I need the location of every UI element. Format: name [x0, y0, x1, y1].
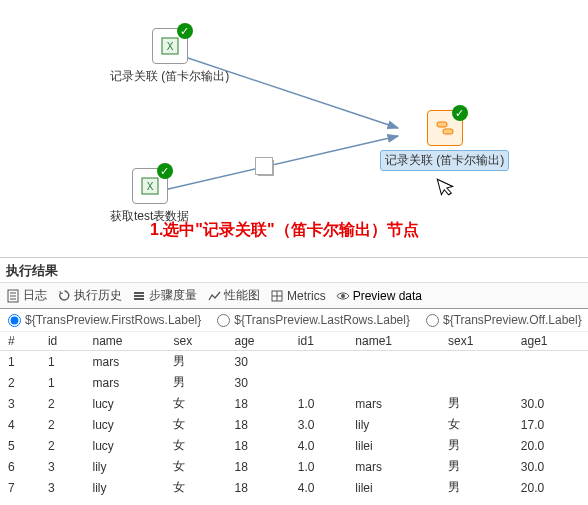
- table-cell: 2: [40, 393, 85, 414]
- tab-perf[interactable]: 性能图: [207, 287, 260, 304]
- tab-label: 步骤度量: [149, 287, 197, 304]
- table-cell: 20.0: [513, 435, 588, 456]
- svg-rect-6: [437, 122, 447, 127]
- check-icon: ✓: [157, 163, 173, 179]
- table-cell: 1: [40, 351, 85, 373]
- table-cell: mars: [84, 351, 165, 373]
- radio-label: ${TransPreview.LastRows.Label}: [234, 313, 410, 327]
- radio-input[interactable]: [8, 314, 21, 327]
- table-cell: 2: [40, 435, 85, 456]
- table-cell: lucy: [84, 393, 165, 414]
- table-cell: 18: [226, 393, 289, 414]
- radio-off[interactable]: ${TransPreview.Off.Label}: [426, 313, 582, 327]
- table-cell: 18: [226, 477, 289, 498]
- table-cell: [347, 351, 440, 373]
- table-cell: 18: [226, 456, 289, 477]
- table-cell: 女: [440, 414, 513, 435]
- table-row[interactable]: 52lucy女184.0lilei男20.0: [0, 435, 588, 456]
- table-cell: [513, 372, 588, 393]
- radio-lastrows[interactable]: ${TransPreview.LastRows.Label}: [217, 313, 410, 327]
- radio-input[interactable]: [217, 314, 230, 327]
- table-cell: 1: [40, 372, 85, 393]
- chart-icon: [207, 289, 221, 303]
- table-cell: 5: [0, 435, 40, 456]
- workflow-canvas[interactable]: X ✓ 记录关联 (笛卡尔输出) X ✓ 获取test表数据 ✓ 记录关联 (笛…: [0, 0, 588, 258]
- table-cell: lilei: [347, 477, 440, 498]
- tab-log[interactable]: 日志: [6, 287, 47, 304]
- table-cell: 30.0: [513, 456, 588, 477]
- radio-input[interactable]: [426, 314, 439, 327]
- tab-preview-data[interactable]: Preview data: [336, 289, 422, 303]
- table-cell: 男: [165, 372, 226, 393]
- table-cell: 1.0: [290, 456, 348, 477]
- table-row[interactable]: 42lucy女183.0lily女17.0: [0, 414, 588, 435]
- preview-table[interactable]: #idnamesexageid1name1sex1age1 11mars男302…: [0, 332, 588, 498]
- table-cell: 1.0: [290, 393, 348, 414]
- table-cell: lily: [84, 477, 165, 498]
- table-cell: 18: [226, 435, 289, 456]
- cursor-icon: [435, 173, 459, 204]
- svg-text:X: X: [146, 181, 153, 192]
- table-cell: 2: [40, 414, 85, 435]
- check-icon: ✓: [452, 105, 468, 121]
- svg-line-1: [164, 136, 398, 190]
- column-header[interactable]: id: [40, 332, 85, 351]
- node-record-join-1[interactable]: X ✓ 记录关联 (笛卡尔输出): [110, 28, 229, 85]
- table-cell: lilei: [347, 435, 440, 456]
- preview-options: ${TransPreview.FirstRows.Label} ${TransP…: [0, 309, 588, 332]
- bars-icon: [132, 289, 146, 303]
- table-cell: 4.0: [290, 477, 348, 498]
- table-cell: 4: [0, 414, 40, 435]
- table-cell: [440, 372, 513, 393]
- column-header[interactable]: name1: [347, 332, 440, 351]
- table-cell: 6: [0, 456, 40, 477]
- column-header[interactable]: age: [226, 332, 289, 351]
- table-cell: 男: [440, 456, 513, 477]
- table-cell: [513, 351, 588, 373]
- table-cell: 7: [0, 477, 40, 498]
- table-cell: [290, 372, 348, 393]
- tab-label: 性能图: [224, 287, 260, 304]
- annotation-1: 1.选中"记录关联"（笛卡尔输出）节点: [150, 220, 419, 241]
- results-panel: 执行结果 日志 执行历史 步骤度量 性能图 Metrics Preview da…: [0, 258, 588, 498]
- table-cell: 1: [0, 351, 40, 373]
- tab-history[interactable]: 执行历史: [57, 287, 122, 304]
- table-row[interactable]: 11mars男30: [0, 351, 588, 373]
- node-label: 记录关联 (笛卡尔输出): [110, 68, 229, 85]
- table-cell: [440, 351, 513, 373]
- node-record-join-output[interactable]: ✓ 记录关联 (笛卡尔输出): [380, 110, 509, 171]
- table-cell: 男: [165, 351, 226, 373]
- table-cell: [347, 372, 440, 393]
- table-row[interactable]: 21mars男30: [0, 372, 588, 393]
- tab-metrics[interactable]: Metrics: [270, 289, 326, 303]
- table-cell: lily: [347, 414, 440, 435]
- table-row[interactable]: 73lily女184.0lilei男20.0: [0, 477, 588, 498]
- node-get-test-table[interactable]: X ✓ 获取test表数据: [110, 168, 189, 225]
- table-cell: mars: [347, 456, 440, 477]
- column-header[interactable]: name: [84, 332, 165, 351]
- radio-label: ${TransPreview.Off.Label}: [443, 313, 582, 327]
- table-cell: 3: [40, 456, 85, 477]
- radio-firstrows[interactable]: ${TransPreview.FirstRows.Label}: [8, 313, 201, 327]
- node-icon-excel: X ✓: [132, 168, 168, 204]
- column-header[interactable]: id1: [290, 332, 348, 351]
- table-cell: 17.0: [513, 414, 588, 435]
- tab-label: 日志: [23, 287, 47, 304]
- table-row[interactable]: 32lucy女181.0mars男30.0: [0, 393, 588, 414]
- table-cell: lucy: [84, 414, 165, 435]
- table-row[interactable]: 63lily女181.0mars男30.0: [0, 456, 588, 477]
- table-cell: lucy: [84, 435, 165, 456]
- tab-stepmetrics[interactable]: 步骤度量: [132, 287, 197, 304]
- column-header[interactable]: sex1: [440, 332, 513, 351]
- table-cell: 3.0: [290, 414, 348, 435]
- column-header[interactable]: #: [0, 332, 40, 351]
- eye-icon: [336, 289, 350, 303]
- table-cell: 男: [440, 393, 513, 414]
- column-header[interactable]: age1: [513, 332, 588, 351]
- check-icon: ✓: [177, 23, 193, 39]
- table-cell: [290, 351, 348, 373]
- column-header[interactable]: sex: [165, 332, 226, 351]
- table-cell: mars: [347, 393, 440, 414]
- panel-title: 执行结果: [0, 258, 588, 283]
- tab-label: 执行历史: [74, 287, 122, 304]
